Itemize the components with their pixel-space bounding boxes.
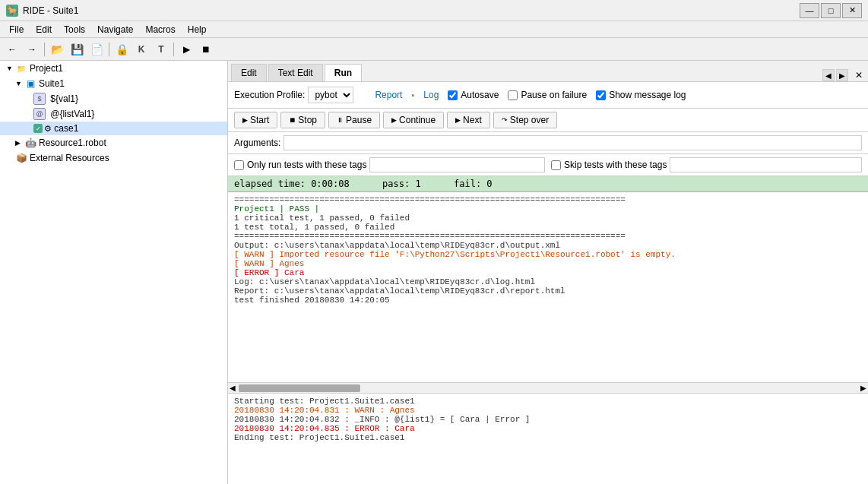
skip-tests-checkbox[interactable] (551, 160, 561, 170)
back-button[interactable]: ← (3, 41, 21, 58)
new-button[interactable]: 📄 (87, 41, 106, 58)
show-message-log-label: Show message log (609, 90, 686, 100)
tree-item-project1[interactable]: ▼ 📁 Project1 (0, 61, 227, 76)
output-line: Output: c:\users\tanax\appdata\local\tem… (234, 241, 862, 250)
stop-button[interactable]: ⏹ Stop (280, 112, 325, 128)
autosave-checkbox[interactable] (448, 90, 458, 100)
right-panel: Edit Text Edit Run ◀ ▶ ✕ Execution Profi… (228, 61, 868, 484)
tree-arrow (6, 154, 15, 162)
only-run-group: Only run tests with these tags (234, 157, 545, 172)
autosave-label: Autosave (461, 90, 499, 100)
stop-label: Stop (298, 115, 317, 125)
output-line: [ ERROR ] Cara (234, 268, 862, 277)
running-icon: ⚙ (44, 124, 52, 134)
report-link[interactable]: Report (375, 90, 402, 100)
tree-item-case1[interactable]: ✓ ⚙ case1 (0, 122, 227, 135)
step-over-button[interactable]: ↷ Step over (493, 112, 557, 128)
arguments-input[interactable] (284, 135, 862, 150)
execution-profile-group: Execution Profile: pybot jybot robot (234, 87, 353, 103)
elapsed-time: elapsed time: 0:00:08 (234, 179, 350, 189)
continue-icon: ▶ (391, 116, 397, 124)
pause-on-failure-group: Pause on failure (508, 90, 587, 100)
tree-label: External Resources (30, 153, 109, 163)
show-message-log-checkbox[interactable] (596, 90, 606, 100)
tree-item-external-resources[interactable]: 📦 External Resources (0, 150, 227, 166)
start-button[interactable]: ▶ Start (234, 112, 277, 128)
tree-item-val1[interactable]: $ ${val1} (0, 91, 227, 106)
main-layout: ▼ 📁 Project1 ▼ ▣ Suite1 $ ${val1} @ @{li… (0, 61, 868, 484)
stop-toolbar-button[interactable]: ⏹ (197, 41, 215, 58)
status-bar: elapsed time: 0:00:08 pass: 1 fail: 0 (228, 176, 868, 192)
run-toolbar: Execution Profile: pybot jybot robot Rep… (228, 82, 868, 109)
tab-run[interactable]: Run (325, 64, 362, 81)
next-label: Next (463, 115, 482, 125)
output-area[interactable]: ========================================… (228, 192, 868, 382)
forward-button[interactable]: → (23, 41, 41, 58)
case-icons: ✓ ⚙ (33, 124, 52, 134)
continue-label: Continue (399, 115, 436, 125)
play-button[interactable]: ▶ (177, 41, 195, 58)
menu-item-navigate[interactable]: Navigate (91, 23, 139, 36)
log-link[interactable]: Log (423, 90, 439, 100)
pause-on-failure-checkbox[interactable] (508, 90, 518, 100)
start-icon: ▶ (242, 116, 248, 124)
tab-close-button[interactable]: ✕ (853, 69, 865, 81)
var-list-icon: @ (33, 108, 46, 120)
tree-arrow (24, 110, 33, 118)
menu-item-help[interactable]: Help (182, 23, 213, 36)
t-button[interactable]: T (152, 41, 170, 58)
run-buttons-row: ▶ Start ⏹ Stop ⏸ Pause ▶ Continue ▶ Next… (228, 109, 868, 132)
pause-icon: ⏸ (337, 116, 344, 124)
output-line: ========================================… (234, 232, 862, 241)
scroll-left-btn[interactable]: ◀ (230, 384, 236, 392)
menu-item-edit[interactable]: Edit (30, 23, 58, 36)
folder-icon: 📁 (15, 62, 27, 74)
tab-edit[interactable]: Edit (231, 64, 267, 81)
tab-text-edit[interactable]: Text Edit (268, 64, 323, 81)
output-line: ========================================… (234, 195, 862, 204)
key-button[interactable]: 🔒 (112, 41, 131, 58)
bottom-output-line: 20180830 14:20:04.835 : ERROR : Cara (234, 424, 862, 433)
tree-item-suite1[interactable]: ▼ ▣ Suite1 (0, 76, 227, 91)
minimize-button[interactable]: — (800, 3, 819, 18)
k-button[interactable]: K (132, 41, 150, 58)
tree-item-resource1[interactable]: ▶ 🤖 Resource1.robot (0, 135, 227, 150)
tab-nav-left[interactable]: ◀ (822, 69, 835, 81)
step-over-label: Step over (510, 115, 549, 125)
only-run-checkbox[interactable] (234, 160, 244, 170)
menu-item-macros[interactable]: Macros (139, 23, 181, 36)
tree-arrow[interactable]: ▼ (6, 65, 15, 72)
only-run-tags-input[interactable] (369, 157, 545, 172)
save-button[interactable]: 💾 (68, 41, 86, 58)
tree-arrow[interactable]: ▼ (15, 80, 24, 87)
output-line: 1 critical test, 1 passed, 0 failed (234, 214, 862, 223)
execution-profile-label: Execution Profile: (234, 90, 305, 100)
app-icon: 🐎 (6, 5, 18, 17)
h-scrollbar-thumb[interactable] (239, 384, 360, 392)
tab-bar: Edit Text Edit Run ◀ ▶ ✕ (228, 61, 868, 82)
tree-arrow[interactable]: ▶ (15, 139, 24, 147)
report-separator: ▪ (411, 90, 414, 100)
scroll-right-btn[interactable]: ▶ (860, 384, 866, 392)
titlebar-left: 🐎 RIDE - Suite1 (6, 5, 78, 17)
open-button[interactable]: 📂 (48, 41, 66, 58)
output-line: 1 test total, 1 passed, 0 failed (234, 223, 862, 232)
menu-item-tools[interactable]: Tools (58, 23, 91, 36)
tree-label: ${val1} (48, 93, 78, 104)
execution-profile-select[interactable]: pybot jybot robot (308, 87, 353, 103)
fail-count: fail: 0 (454, 179, 493, 189)
continue-button[interactable]: ▶ Continue (383, 112, 444, 128)
pause-on-failure-label: Pause on failure (521, 90, 587, 100)
close-button[interactable]: ✕ (842, 3, 862, 18)
menu-item-file[interactable]: File (3, 23, 30, 36)
skip-tests-tags-input[interactable] (670, 157, 862, 172)
output-line: [ WARN ] Agnes (234, 259, 862, 268)
robot-icon: 🤖 (24, 137, 36, 149)
tab-nav-right[interactable]: ▶ (836, 69, 848, 81)
pause-button[interactable]: ⏸ Pause (328, 112, 380, 128)
output-h-scrollbar[interactable]: ◀ ▶ (228, 382, 868, 393)
next-button[interactable]: ▶ Next (447, 112, 490, 128)
maximize-button[interactable]: □ (821, 3, 841, 18)
tree-item-listval1[interactable]: @ @{listVal1} (0, 106, 227, 122)
bottom-output-area[interactable]: Starting test: Project1.Suite1.case12018… (228, 393, 868, 484)
